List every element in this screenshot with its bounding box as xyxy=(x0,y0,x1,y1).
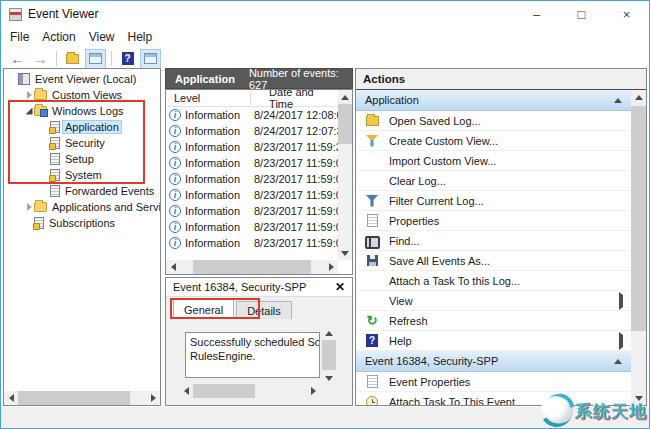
show-console-tree-icon[interactable] xyxy=(85,49,106,69)
action-label: Save All Events As... xyxy=(389,255,490,267)
event-level-cell: iInformation xyxy=(166,157,254,169)
action-create-custom-view[interactable]: Create Custom View... xyxy=(356,131,631,151)
tree-item-setup[interactable]: Setup xyxy=(4,151,160,167)
action-attach-a-task-to-this-log[interactable]: Attach a Task To this Log... xyxy=(356,271,631,291)
list-horizontal-scrollbar[interactable] xyxy=(166,260,338,274)
event-row[interactable]: iInformation8/24/2017 12:08:0 xyxy=(166,107,338,123)
scroll-left-icon[interactable] xyxy=(166,260,180,274)
preview-vertical-scrollbar[interactable] xyxy=(322,326,336,385)
tab-details[interactable]: Details xyxy=(236,301,292,319)
scroll-up-icon[interactable] xyxy=(322,326,336,340)
action-label: Help xyxy=(389,335,412,347)
expander-expanded-icon[interactable] xyxy=(24,108,34,115)
event-datetime: 8/23/2017 11:59:0 xyxy=(254,189,338,201)
scroll-right-icon[interactable] xyxy=(324,260,338,274)
event-viewer-window: Event Viewer – □ × FileActionViewHelp ←→… xyxy=(0,0,650,429)
action-clear-log[interactable]: Clear Log... xyxy=(356,171,631,191)
collapse-section-icon[interactable] xyxy=(614,98,622,103)
tree-item-subscriptions[interactable]: Subscriptions xyxy=(4,215,160,231)
preview-horizontal-scrollbar[interactable] xyxy=(179,384,320,398)
scrollbar-thumb[interactable] xyxy=(193,260,311,274)
action-label: Attach a Task To this Log... xyxy=(389,275,520,287)
scroll-down-icon[interactable] xyxy=(322,371,336,385)
information-icon: i xyxy=(169,173,181,185)
export-log-icon[interactable] xyxy=(62,49,83,69)
tree-item-label: Forwarded Events xyxy=(65,185,154,197)
event-row[interactable]: iInformation8/23/2017 11:59:0 xyxy=(166,171,338,187)
scroll-left-icon[interactable] xyxy=(4,391,18,405)
action-properties[interactable]: Properties xyxy=(356,211,631,231)
scroll-up-icon[interactable] xyxy=(632,90,646,104)
tree-item-event-viewer-local[interactable]: Event Viewer (Local) xyxy=(4,71,160,87)
event-row[interactable]: iInformation8/23/2017 11:59:0 xyxy=(166,235,338,251)
event-row[interactable]: iInformation8/23/2017 11:59:0 xyxy=(166,187,338,203)
collapse-section-icon[interactable] xyxy=(614,359,622,364)
expander-collapsed-icon[interactable] xyxy=(24,91,34,99)
event-datetime: 8/23/2017 11:59:0 xyxy=(254,205,338,217)
menu-action[interactable]: Action xyxy=(38,28,84,46)
scroll-down-icon[interactable] xyxy=(338,246,352,260)
action-import-custom-view[interactable]: Import Custom View... xyxy=(356,151,631,171)
tree-item-custom-views[interactable]: Custom Views xyxy=(4,87,160,103)
actions-section-event-16384-security-spp[interactable]: Event 16384, Security-SPP xyxy=(356,351,631,372)
forward-arrow-icon[interactable]: → xyxy=(30,49,51,69)
expander-collapsed-icon[interactable] xyxy=(24,203,34,211)
menu-help[interactable]: Help xyxy=(124,28,162,46)
tree-item-application[interactable]: Application xyxy=(4,119,160,135)
action-view[interactable]: View xyxy=(356,291,631,311)
event-row[interactable]: iInformation8/23/2017 11:59:0 xyxy=(166,203,338,219)
folder-icon xyxy=(34,90,47,100)
help-icon[interactable]: ? xyxy=(117,49,138,69)
actions-section-application[interactable]: Application xyxy=(356,90,631,111)
event-level: Information xyxy=(185,237,240,249)
scrollbar-thumb[interactable] xyxy=(631,106,646,331)
scrollbar-thumb[interactable] xyxy=(322,340,336,370)
show-action-pane-icon[interactable] xyxy=(140,49,161,69)
menu-view[interactable]: View xyxy=(85,28,124,46)
scroll-up-icon[interactable] xyxy=(338,90,352,104)
close-button[interactable]: × xyxy=(604,1,649,27)
tree-item-label: Security xyxy=(65,137,105,149)
menu-file[interactable]: File xyxy=(6,28,38,46)
toolbar-separator xyxy=(111,51,112,66)
app-icon xyxy=(9,8,22,21)
none-icon xyxy=(364,274,380,288)
information-icon: i xyxy=(169,205,181,217)
action-find[interactable]: Find... xyxy=(356,231,631,251)
event-row[interactable]: iInformation8/23/2017 11:59:0 xyxy=(166,155,338,171)
action-save-all-events-as[interactable]: Save All Events As... xyxy=(356,251,631,271)
tree-horizontal-scrollbar[interactable] xyxy=(4,391,160,405)
scrollbar-thumb[interactable] xyxy=(18,391,130,405)
tree-item-forwarded-events[interactable]: Forwarded Events xyxy=(4,183,160,199)
column-level[interactable]: Level xyxy=(170,92,251,104)
action-refresh[interactable]: ↻Refresh xyxy=(356,311,631,331)
tree-item-windows-logs[interactable]: Windows Logs xyxy=(4,103,160,119)
tree-item-applications-and-services-lo[interactable]: Applications and Services Lo xyxy=(4,199,160,215)
action-open-saved-log[interactable]: Open Saved Log... xyxy=(356,111,631,131)
tree-item-security[interactable]: Security xyxy=(4,135,160,151)
close-preview-icon[interactable]: ✕ xyxy=(335,280,345,294)
event-description-text[interactable]: Successfully scheduled SoftwareRulesEngi… xyxy=(185,332,320,378)
tab-general[interactable]: General xyxy=(173,299,234,318)
information-icon: i xyxy=(169,189,181,201)
event-row[interactable]: iInformation8/24/2017 12:07:3 xyxy=(166,123,338,139)
action-help[interactable]: ?Help xyxy=(356,331,631,351)
event-row[interactable]: iInformation8/23/2017 11:59:0 xyxy=(166,219,338,235)
scrollbar-thumb[interactable] xyxy=(193,384,255,398)
event-level: Information xyxy=(185,189,240,201)
tree-item-system[interactable]: System xyxy=(4,167,160,183)
scroll-right-icon[interactable] xyxy=(146,391,160,405)
action-event-properties[interactable]: Event Properties xyxy=(356,372,631,392)
minimize-button[interactable]: – xyxy=(514,1,559,27)
event-row[interactable]: iInformation8/23/2017 11:59:3 xyxy=(166,139,338,155)
event-level-cell: iInformation xyxy=(166,125,254,137)
actions-vertical-scrollbar[interactable] xyxy=(631,90,646,405)
action-filter-current-log[interactable]: Filter Current Log... xyxy=(356,191,631,211)
scroll-right-icon[interactable] xyxy=(306,384,320,398)
maximize-button[interactable]: □ xyxy=(559,1,604,27)
list-vertical-scrollbar[interactable] xyxy=(338,90,352,260)
scroll-left-icon[interactable] xyxy=(179,384,193,398)
back-arrow-icon[interactable]: ← xyxy=(7,49,28,69)
scrollbar-thumb[interactable] xyxy=(338,104,352,144)
event-datetime: 8/23/2017 11:59:0 xyxy=(254,237,338,249)
